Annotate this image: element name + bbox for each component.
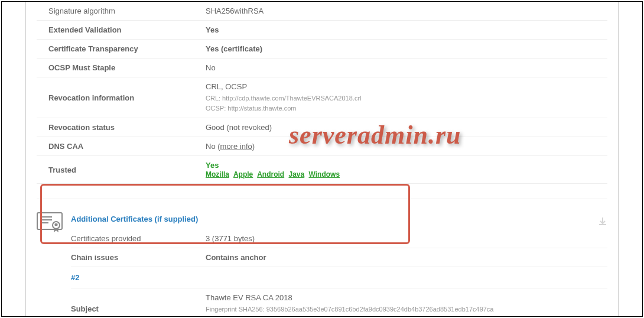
row-revocation-information: Revocation information CRL, OCSP CRL: ht… [37, 77, 607, 118]
row-revocation-status: Revocation status Good (not revoked) [37, 118, 607, 137]
value-cert2-subject: Thawte EV RSA CA 2018 [206, 293, 292, 302]
row-certificates-provided: Certificates provided 3 (3771 bytes) [71, 229, 607, 248]
row-extended-validation: Extended Validation Yes [37, 21, 607, 40]
value-certificates-provided: 3 (3771 bytes) [206, 229, 607, 248]
certificate-details-table: Signature algorithm SHA256withRSA Extend… [37, 2, 607, 199]
label-extended-validation: Extended Validation [37, 21, 206, 40]
trusted-platforms: Mozilla Apple Android Java Windows [206, 170, 342, 179]
value-ocsp-must-staple: No [206, 59, 607, 77]
revocation-crl-detail: CRL: http://cdp.thawte.com/ThawteEVRSACA… [206, 93, 607, 103]
label-certificate-transparency: Certificate Transparency [37, 40, 206, 59]
value-revocation-status: Good (not revoked) [206, 118, 607, 137]
row-signature-algorithm: Signature algorithm SHA256withRSA [37, 2, 607, 21]
row-trusted: Trusted Yes Mozilla Apple Android Java W… [37, 156, 607, 184]
label-dns-caa: DNS CAA [37, 137, 206, 156]
value-chain-issues: Contains anchor [206, 248, 607, 267]
value-signature-algorithm: SHA256withRSA [206, 2, 607, 21]
row-ocsp-must-staple: OCSP Must Staple No [37, 59, 607, 77]
value-certificate-transparency: Yes (certificate) [206, 40, 607, 59]
additional-certs-table: Certificates provided 3 (3771 bytes) Cha… [71, 229, 607, 267]
value-extended-validation: Yes [206, 21, 607, 40]
download-icon[interactable] [598, 217, 607, 226]
label-ocsp-must-staple: OCSP Must Staple [37, 59, 206, 77]
cert2-heading: #2 [71, 267, 607, 288]
label-certificates-provided: Certificates provided [71, 229, 206, 248]
svg-rect-5 [55, 223, 58, 226]
label-signature-algorithm: Signature algorithm [37, 2, 206, 21]
trusted-android-link[interactable]: Android [257, 170, 284, 179]
value-revocation-information: CRL, OCSP [206, 82, 247, 91]
trusted-windows-link[interactable]: Windows [309, 170, 340, 179]
additional-certificates-heading: Additional Certificates (if supplied) [71, 209, 607, 229]
trusted-apple-link[interactable]: Apple [233, 170, 253, 179]
trusted-java-link[interactable]: Java [288, 170, 304, 179]
label-revocation-status: Revocation status [37, 118, 206, 137]
value-dns-caa: No [206, 142, 216, 151]
label-revocation-information: Revocation information [37, 77, 206, 118]
cert2-table: Subject Thawte EV RSA CA 2018 Fingerprin… [71, 288, 607, 317]
certificate-icon [37, 212, 63, 233]
cert2-pin: Pin SHA256: LrLVqGD+UOnCQjaFUpgBUORdtTIa… [206, 314, 607, 317]
trusted-mozilla-link[interactable]: Mozilla [206, 170, 229, 179]
row-dns-caa: DNS CAA No (more info) [37, 137, 607, 156]
label-chain-issues: Chain issues [71, 248, 206, 267]
additional-certificates-section: Additional Certificates (if supplied) Ce… [37, 199, 607, 317]
dns-caa-more-info-link[interactable]: more info [220, 142, 252, 151]
row-certificate-transparency: Certificate Transparency Yes (certificat… [37, 40, 607, 59]
row-chain-issues: Chain issues Contains anchor [71, 248, 607, 267]
cert2-fingerprint: Fingerprint SHA256: 93569b26aa535e3e07c8… [206, 304, 607, 314]
revocation-ocsp-detail: OCSP: http://status.thawte.com [206, 103, 607, 113]
label-cert2-subject: Subject [71, 288, 206, 317]
row-cert2-subject: Subject Thawte EV RSA CA 2018 Fingerprin… [71, 288, 607, 317]
label-trusted: Trusted [37, 156, 206, 184]
value-trusted: Yes [206, 161, 219, 170]
